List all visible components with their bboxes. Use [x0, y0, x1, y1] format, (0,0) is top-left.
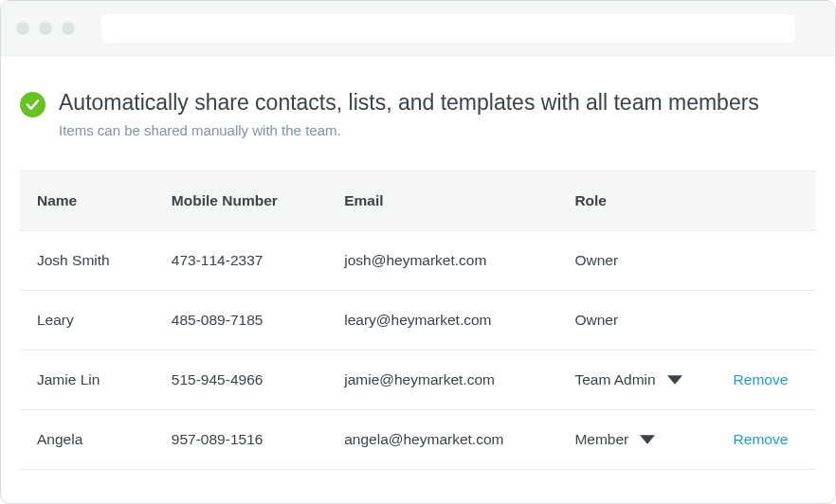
role-label: Member — [574, 431, 628, 448]
cell-mobile: 473-114-2337 — [154, 230, 327, 290]
table-row: Angela957-089-1516angela@heymarket.comMe… — [20, 409, 816, 469]
window-dot-maximize-icon[interactable] — [62, 22, 75, 35]
checkmark-icon — [20, 92, 45, 117]
cell-name: Angela — [20, 409, 154, 469]
window-dot-close-icon[interactable] — [16, 22, 29, 35]
column-header-name: Name — [20, 171, 154, 230]
cell-email: leary@heymarket.com — [327, 290, 557, 350]
cell-role: Member — [557, 409, 716, 469]
remove-button[interactable]: Remove — [734, 371, 798, 388]
auto-share-setting[interactable]: Automatically share contacts, lists, and… — [20, 90, 816, 138]
column-header-role: Role — [557, 171, 716, 230]
cell-role: Owner — [557, 230, 716, 290]
cell-mobile: 515-945-4966 — [154, 350, 327, 409]
browser-chrome — [1, 1, 835, 56]
role-label: Team Admin — [574, 371, 655, 388]
table-row: Jamie Lin515-945-4966jamie@heymarket.com… — [20, 350, 816, 409]
table-row: Leary485-089-7185leary@heymarket.comOwne… — [20, 290, 816, 350]
column-header-email: Email — [327, 171, 557, 230]
role-dropdown[interactable] — [667, 375, 682, 385]
cell-action — [717, 230, 816, 290]
setting-subtitle: Items can be shared manually with the te… — [59, 122, 759, 138]
cell-role: Owner — [557, 290, 716, 350]
cell-action: Remove — [717, 350, 816, 409]
setting-title: Automatically share contacts, lists, and… — [59, 90, 759, 117]
cell-email: jamie@heymarket.com — [327, 350, 557, 409]
remove-button[interactable]: Remove — [734, 431, 798, 448]
chevron-down-icon — [640, 435, 655, 444]
cell-name: Josh Smith — [20, 230, 154, 290]
cell-name: Leary — [20, 290, 154, 350]
window-controls — [16, 22, 75, 35]
column-header-action — [717, 171, 816, 230]
table-row: Josh Smith473-114-2337josh@heymarket.com… — [20, 230, 816, 290]
cell-mobile: 957-089-1516 — [154, 409, 327, 469]
chevron-down-icon — [667, 375, 682, 385]
window-dot-minimize-icon[interactable] — [39, 22, 52, 35]
team-members-table: Name Mobile Number Email Role Josh Smith… — [20, 171, 816, 470]
cell-name: Jamie Lin — [20, 350, 154, 409]
cell-role: Team Admin — [557, 350, 716, 409]
column-header-mobile: Mobile Number — [154, 171, 327, 230]
cell-action: Remove — [717, 409, 816, 469]
cell-action — [717, 290, 816, 350]
role-label: Owner — [574, 312, 618, 329]
cell-email: angela@heymarket.com — [327, 409, 557, 469]
cell-email: josh@heymarket.com — [327, 230, 557, 290]
svg-marker-0 — [667, 375, 682, 385]
cell-mobile: 485-089-7185 — [154, 290, 327, 350]
role-label: Owner — [574, 252, 618, 269]
role-dropdown[interactable] — [640, 435, 655, 444]
address-bar[interactable] — [101, 14, 795, 43]
svg-marker-1 — [640, 435, 655, 444]
